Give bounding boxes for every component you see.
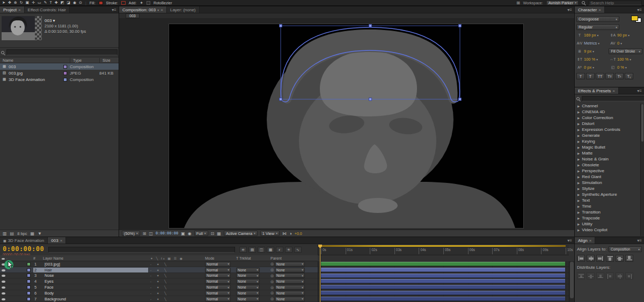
layer-duration-bar[interactable]: [321, 268, 565, 272]
effects-category-row[interactable]: ▶ Noise & Grain: [575, 156, 644, 162]
label-color-chip[interactable]: [63, 78, 67, 82]
timeline-scrollbar[interactable]: [569, 261, 574, 302]
expand-arrow-icon[interactable]: ▶: [577, 205, 580, 208]
effects-category-row[interactable]: ▶ Perspective: [575, 168, 644, 174]
font-style-select[interactable]: Regular▾: [576, 24, 619, 30]
effects-category-row[interactable]: ▶ Video Copilot: [575, 227, 644, 233]
align-target-select[interactable]: Composition▾: [609, 246, 642, 252]
align-bottom-button[interactable]: [625, 255, 633, 262]
tool-type[interactable]: T: [50, 0, 52, 5]
label-color-chip[interactable]: [27, 274, 31, 277]
panel-menu-icon[interactable]: ▾≡: [635, 6, 644, 13]
expand-arrow-icon[interactable]: ▶: [577, 105, 580, 108]
faux-style-button[interactable]: T: [586, 73, 595, 79]
comp-mini-flowchart-icon[interactable]: ≋: [239, 247, 247, 253]
effects-category-row[interactable]: ▶ Matte: [575, 150, 644, 156]
label-color-chip[interactable]: [63, 65, 67, 69]
tool-camera[interactable]: ▣: [26, 0, 30, 5]
panel-menu-icon[interactable]: ▾≡: [565, 6, 574, 13]
work-area-bar[interactable]: [321, 245, 566, 247]
distribute-vertical-center-button[interactable]: [587, 272, 595, 279]
stroke-style-select[interactable]: Fill Over Stroke▾: [609, 48, 642, 54]
selected-item-name[interactable]: 003 ▾: [45, 18, 86, 24]
align-vertical-center-button[interactable]: [616, 255, 624, 262]
hide-shy-layers-icon[interactable]: ◫: [258, 247, 265, 253]
composition-viewport[interactable]: [119, 19, 574, 230]
project-item-row[interactable]: ▨ 003.jpg JPEG 841 KB: [0, 70, 119, 76]
layer-row[interactable]: 7 Background - ✦ ╲ Normal▾ None▾ ◎None▾: [0, 296, 318, 302]
tool-clone-stamp[interactable]: ◩: [61, 0, 64, 5]
eye-toggle[interactable]: [0, 285, 6, 290]
leading-control[interactable]: ⇕A90 px▾: [610, 33, 641, 38]
panel-menu-icon[interactable]: ▾≡: [565, 237, 574, 244]
parent-pickwhip-icon[interactable]: ◎: [270, 268, 274, 272]
layer-duration-bar[interactable]: [321, 274, 565, 278]
effects-category-row[interactable]: ▶ Stylize: [575, 186, 644, 191]
eye-toggle[interactable]: [0, 291, 6, 296]
faux-style-button[interactable]: Tт: [605, 73, 614, 79]
layer-name[interactable]: Eyes: [43, 279, 148, 284]
motion-blur-icon[interactable]: ◐: [276, 247, 283, 253]
tool-rotate[interactable]: ↻: [20, 0, 23, 5]
eye-toggle[interactable]: [0, 273, 6, 278]
safe-frames-icon[interactable]: ⊞: [143, 231, 147, 236]
viewer-timecode[interactable]: 0:00:00:00: [156, 231, 178, 235]
baseline-shift-control[interactable]: Aª0 px▾: [576, 65, 608, 70]
layer-switches[interactable]: - ✦ ╲: [148, 285, 205, 289]
stroke-color-swatch[interactable]: [121, 1, 126, 5]
expand-arrow-icon[interactable]: ▶: [577, 134, 580, 137]
exposure-value[interactable]: +0.0: [295, 232, 302, 235]
tab-timeline-other-comp[interactable]: ▦3D Face Animation: [0, 237, 48, 244]
mode-select[interactable]: Normal▾: [205, 279, 231, 284]
layer-row[interactable]: 3 Nose - ✦ ╲ Normal▾ None▾ ◎None▾: [0, 273, 318, 279]
show-snapshot-icon[interactable]: ◉: [188, 231, 192, 236]
layer-duration-bar[interactable]: [321, 285, 565, 289]
faux-style-button[interactable]: T₁: [625, 73, 633, 79]
parent-select[interactable]: None▾: [275, 262, 305, 267]
layer-name[interactable]: Hair: [43, 268, 148, 272]
expand-arrow-icon[interactable]: ▶: [577, 229, 580, 232]
tool-mask[interactable]: ▭: [38, 0, 41, 5]
expand-arrow-icon[interactable]: ▶: [577, 122, 580, 126]
layer-switches[interactable]: - ✦ ╲: [148, 274, 205, 277]
tracking-control[interactable]: AV0▾: [610, 41, 641, 46]
layer-duration-bar[interactable]: [321, 291, 565, 295]
eye-toggle[interactable]: [0, 268, 6, 272]
effects-category-row[interactable]: ▶ Time: [575, 203, 644, 209]
tool-selection[interactable]: ➤: [2, 0, 5, 5]
effects-search-input[interactable]: [582, 96, 644, 101]
eye-toggle[interactable]: [0, 297, 6, 301]
tool-roto-brush[interactable]: ◉: [73, 0, 76, 5]
effects-category-row[interactable]: ▶ Text: [575, 197, 644, 203]
parent-select[interactable]: None▾: [275, 297, 305, 301]
tool-puppet[interactable]: ⊙: [79, 0, 82, 5]
faux-style-button[interactable]: T: [576, 73, 585, 79]
expand-arrow-icon[interactable]: ▶: [577, 199, 580, 202]
faux-style-button[interactable]: T¹: [615, 73, 624, 79]
layer-row[interactable]: 2 Hair - ✦ ╲ Normal▾ None▾ ◎None▾: [0, 267, 318, 273]
expand-arrow-icon[interactable]: ▶: [577, 193, 580, 196]
help-search-input[interactable]: [588, 1, 642, 5]
distribute-bottom-button[interactable]: [596, 272, 604, 279]
grid-guides-icon[interactable]: ◫: [149, 231, 153, 236]
draft-3d-icon[interactable]: ▤: [248, 247, 256, 253]
expand-arrow-icon[interactable]: ▶: [577, 211, 580, 214]
tab-composition[interactable]: Composition: 003▾×: [119, 6, 167, 13]
parent-select[interactable]: None▾: [275, 273, 305, 278]
tool-eraser[interactable]: ◪: [67, 0, 70, 5]
label-color-chip[interactable]: [27, 297, 31, 301]
parent-select[interactable]: None▾: [275, 279, 305, 284]
trkmat-select[interactable]: None▾: [236, 268, 260, 272]
project-item-row[interactable]: ▦ 003 Composition: [0, 63, 119, 70]
effects-category-row[interactable]: ▶ Generate: [575, 132, 644, 138]
timeline-search-input[interactable]: [48, 247, 235, 253]
layer-name[interactable]: Background: [43, 297, 148, 301]
effects-category-row[interactable]: ▶ Trapcode: [575, 215, 644, 221]
tool-zoom[interactable]: ⊕: [14, 0, 17, 5]
trkmat-select[interactable]: None▾: [236, 297, 260, 301]
eye-toggle[interactable]: [0, 279, 6, 284]
distribute-right-button[interactable]: [625, 272, 633, 279]
layer-switches[interactable]: - ✦ ╲: [148, 297, 205, 301]
layer-switches[interactable]: - ✦ ╲: [148, 291, 205, 295]
interpret-footage-icon[interactable]: ▥: [3, 231, 7, 236]
